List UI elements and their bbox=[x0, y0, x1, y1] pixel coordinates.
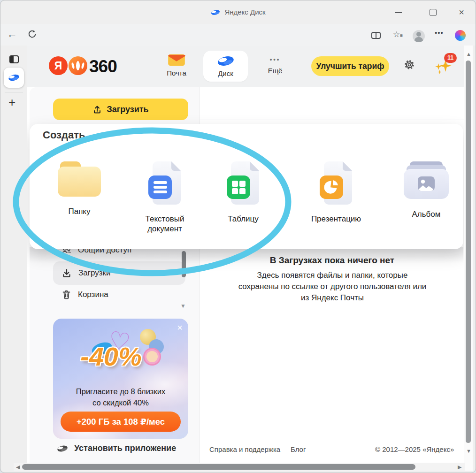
trash-icon bbox=[61, 290, 71, 300]
back-button[interactable]: ← bbox=[7, 28, 17, 40]
tab-panel-icon[interactable] bbox=[9, 55, 19, 63]
yandex-logo[interactable]: Я bbox=[49, 56, 68, 75]
window-maximize-button[interactable] bbox=[428, 8, 438, 17]
disk-app-icon bbox=[56, 444, 69, 453]
horizontal-scrollbar[interactable]: ◀ ▶ bbox=[14, 463, 465, 471]
spreadsheet-icon bbox=[220, 160, 266, 206]
footer-copyright: © 2012—2025 «Яндекс» bbox=[375, 445, 454, 453]
promo-cta-button[interactable]: +200 ГБ за 108 ₽/мес bbox=[61, 412, 181, 432]
create-presentation-item[interactable]: Презентацию bbox=[301, 160, 371, 224]
create-spreadsheet-item[interactable]: Таблицу bbox=[208, 160, 278, 224]
downloads-icon bbox=[61, 268, 72, 278]
create-popup: Создать Папку bbox=[30, 124, 463, 249]
vertical-scrollbar[interactable]: ▲ ▼ bbox=[464, 46, 473, 471]
yandex360-header: Я 360 Почта Диск ••• Ещё Улуч bbox=[27, 46, 464, 87]
vertical-scrollbar-thumb[interactable] bbox=[466, 61, 471, 443]
upload-button[interactable]: Загрузить bbox=[53, 99, 188, 120]
tab-disk[interactable]: Диск bbox=[203, 51, 248, 82]
logo-360-text: 360 bbox=[89, 57, 117, 76]
upgrade-tariff-button[interactable]: Улучшить тариф bbox=[311, 56, 389, 76]
horizontal-scrollbar-thumb[interactable] bbox=[22, 464, 415, 470]
browser-window: Яндекс Диск × ← https://disk.yandex.ru/c… bbox=[0, 0, 476, 473]
sidebar-item-downloads[interactable]: Загрузки bbox=[53, 261, 185, 285]
scroll-up-arrow[interactable]: ▲ bbox=[466, 51, 471, 57]
scroll-down-arrow[interactable]: ▼ bbox=[466, 448, 471, 454]
browser-more-icon[interactable]: ••• bbox=[435, 29, 444, 37]
discount-text: -40% bbox=[80, 341, 142, 372]
upload-icon bbox=[92, 105, 102, 114]
scroll-left-arrow[interactable]: ◀ bbox=[16, 464, 20, 470]
scroll-right-arrow[interactable]: ▶ bbox=[458, 464, 461, 470]
reload-button[interactable] bbox=[27, 29, 37, 41]
disk-icon bbox=[216, 54, 236, 68]
album-icon bbox=[402, 160, 450, 201]
yandex-disk-page: Я 360 Почта Диск ••• Ещё Улуч bbox=[27, 46, 464, 471]
yandex-disk-icon bbox=[210, 9, 221, 17]
yandex360-logo-icon[interactable] bbox=[69, 56, 87, 75]
browser-vertical-tabs: + bbox=[0, 46, 27, 473]
notification-badge: 11 bbox=[444, 53, 457, 63]
tab-more[interactable]: ••• Ещё bbox=[262, 56, 288, 75]
active-browser-tab[interactable] bbox=[4, 68, 24, 88]
sidebar-item-trash[interactable]: Корзина bbox=[61, 290, 108, 300]
window-minimize-button[interactable] bbox=[394, 8, 403, 17]
create-document-item[interactable]: Текстовый документ bbox=[130, 160, 200, 234]
create-album-item[interactable]: Альбом bbox=[391, 160, 461, 219]
popup-shadow bbox=[30, 247, 463, 263]
create-popup-title: Создать bbox=[43, 129, 85, 141]
new-tab-button[interactable]: + bbox=[8, 95, 15, 110]
split-screen-icon[interactable] bbox=[371, 32, 381, 39]
profile-avatar[interactable] bbox=[413, 30, 425, 42]
divider bbox=[5, 92, 23, 92]
mail-icon bbox=[168, 53, 185, 67]
tab-mail[interactable]: Почта bbox=[159, 53, 194, 77]
window-close-button[interactable]: × bbox=[457, 8, 466, 17]
promo-line2: со скидкой 40% bbox=[53, 398, 188, 407]
window-title-text: Яндекс Диск bbox=[224, 8, 265, 16]
footer-link-blog[interactable]: Блог bbox=[291, 445, 306, 453]
yandex-disk-icon bbox=[8, 73, 20, 82]
promo-line1: Пригласите до 8 близких bbox=[53, 387, 188, 396]
create-folder-item[interactable]: Папку bbox=[44, 160, 115, 216]
presentation-icon bbox=[313, 160, 359, 206]
empty-state-description: Здесь появятся файлы и папки, которые со… bbox=[238, 270, 427, 304]
install-app-button[interactable]: Установить приложение bbox=[56, 443, 176, 453]
promo-close-icon[interactable]: × bbox=[177, 322, 183, 333]
favorites-icon[interactable]: ☆≡ bbox=[393, 30, 402, 39]
divider bbox=[200, 120, 464, 120]
browser-toolbar: ← https://disk.yandex.ru/client/disk/Заг… bbox=[0, 24, 476, 46]
browser-titlebar: Яндекс Диск × bbox=[0, 0, 476, 24]
settings-gear-icon[interactable] bbox=[403, 58, 416, 73]
copilot-icon[interactable] bbox=[455, 30, 466, 41]
footer-link-support[interactable]: Справка и поддержка bbox=[209, 445, 280, 453]
promo-banner: × ♡ -40% Пригласите до 8 близких со скид… bbox=[53, 319, 188, 439]
folder-icon bbox=[56, 160, 102, 198]
window-title: Яндекс Диск bbox=[0, 8, 476, 17]
more-icon: ••• bbox=[262, 56, 288, 63]
document-icon bbox=[142, 160, 188, 206]
sidebar-collapse-caret[interactable]: ▼ bbox=[180, 303, 186, 309]
